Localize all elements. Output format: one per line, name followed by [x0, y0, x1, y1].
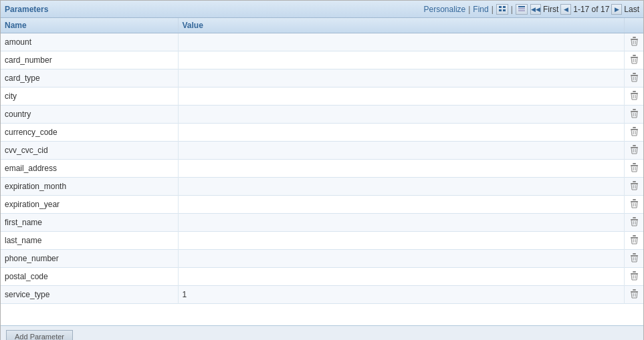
row-action-cell	[625, 268, 644, 286]
row-value-cell[interactable]	[178, 106, 625, 124]
svg-rect-8	[633, 37, 636, 38]
row-value-cell[interactable]	[178, 232, 625, 250]
sep2: |	[492, 5, 494, 14]
row-name-cell: phone_number	[1, 250, 178, 268]
row-action-cell	[625, 232, 644, 250]
row-name-cell: last_name	[1, 232, 178, 250]
row-value-cell[interactable]	[178, 268, 625, 286]
personalize-link[interactable]: Personalize	[424, 5, 466, 14]
row-value-cell[interactable]	[178, 142, 625, 160]
row-name-cell: card_type	[1, 69, 178, 88]
sep1: |	[468, 5, 470, 14]
table-row: postal_code	[1, 268, 643, 286]
row-value-cell[interactable]	[178, 250, 625, 268]
svg-rect-52	[633, 235, 636, 236]
first-nav-btn[interactable]: ◀◀	[530, 4, 541, 15]
row-value-cell[interactable]	[178, 214, 625, 232]
row-value-cell[interactable]: 1	[178, 286, 625, 304]
col-header-value: Value	[178, 18, 625, 33]
row-name-cell: amount	[1, 33, 178, 51]
delete-row-icon[interactable]	[629, 108, 639, 119]
row-value-cell[interactable]	[178, 160, 625, 178]
svg-rect-16	[633, 73, 636, 74]
panel-title: Parameters	[5, 5, 48, 14]
delete-row-icon[interactable]	[629, 180, 639, 191]
svg-rect-48	[633, 217, 636, 218]
row-value-cell[interactable]	[178, 33, 625, 51]
svg-rect-32	[633, 145, 636, 146]
table-row: cvv_cvc_cid	[1, 142, 643, 160]
table-row: service_type1	[1, 286, 643, 304]
svg-rect-56	[633, 253, 636, 254]
svg-rect-6	[518, 10, 525, 11]
row-action-cell	[625, 286, 644, 304]
table-row: last_name	[1, 232, 643, 250]
row-action-cell	[625, 196, 644, 214]
table-row: expiration_month	[1, 178, 643, 196]
table-row: email_address	[1, 160, 643, 178]
delete-row-icon[interactable]	[629, 216, 639, 227]
view-icon-1[interactable]	[496, 4, 508, 15]
row-name-cell: city	[1, 88, 178, 106]
svg-rect-5	[518, 8, 525, 9]
table-row: country	[1, 106, 643, 124]
row-name-cell: country	[1, 106, 178, 124]
svg-rect-28	[633, 127, 636, 128]
row-name-cell: currency_code	[1, 124, 178, 142]
delete-row-icon[interactable]	[629, 271, 639, 281]
row-action-cell	[625, 142, 644, 160]
col-header-name: Name	[1, 18, 178, 33]
table-row: first_name	[1, 214, 643, 232]
svg-rect-24	[633, 109, 636, 110]
svg-rect-1	[503, 6, 506, 8]
parameters-table: Name Value amount card_number card_type	[1, 18, 643, 304]
view-icon-2[interactable]	[516, 4, 528, 15]
row-name-cell: expiration_year	[1, 196, 178, 214]
delete-row-icon[interactable]	[629, 36, 639, 47]
panel-header: Parameters Personalize | Find | |	[1, 1, 643, 18]
col-header-action	[625, 18, 644, 33]
row-action-cell	[625, 106, 644, 124]
row-name-cell: card_number	[1, 51, 178, 69]
delete-row-icon[interactable]	[629, 144, 639, 155]
svg-rect-36	[633, 163, 636, 164]
add-parameter-button[interactable]: Add Parameter	[6, 330, 73, 340]
next-nav-btn[interactable]: ▶	[611, 4, 622, 15]
delete-row-icon[interactable]	[629, 126, 639, 137]
delete-row-icon[interactable]	[629, 162, 639, 173]
row-value-cell[interactable]	[178, 196, 625, 214]
delete-row-icon[interactable]	[629, 289, 639, 299]
row-action-cell	[625, 51, 644, 69]
row-value-cell[interactable]	[178, 69, 625, 88]
table-row: phone_number	[1, 250, 643, 268]
row-name-cell: email_address	[1, 160, 178, 178]
svg-rect-0	[499, 6, 502, 8]
nav-last-label: Last	[624, 5, 639, 14]
row-value-cell[interactable]	[178, 51, 625, 69]
svg-rect-20	[633, 91, 636, 92]
svg-rect-64	[633, 289, 636, 291]
delete-row-icon[interactable]	[629, 234, 639, 245]
row-value-cell[interactable]	[178, 88, 625, 106]
row-action-cell	[625, 69, 644, 88]
delete-row-icon[interactable]	[629, 198, 639, 209]
row-action-cell	[625, 214, 644, 232]
row-action-cell	[625, 160, 644, 178]
table-row: card_type	[1, 69, 643, 88]
table-row: city	[1, 88, 643, 106]
nav-range: 1-17 of 17	[573, 5, 609, 14]
delete-row-icon[interactable]	[629, 54, 639, 65]
svg-rect-2	[499, 9, 502, 11]
delete-row-icon[interactable]	[629, 252, 639, 263]
find-link[interactable]: Find	[473, 5, 488, 14]
delete-row-icon[interactable]	[629, 72, 639, 83]
delete-row-icon[interactable]	[629, 90, 639, 101]
row-name-cell: service_type	[1, 286, 178, 304]
row-action-cell	[625, 250, 644, 268]
table-container: Name Value amount card_number card_type	[1, 18, 643, 325]
row-value-cell[interactable]	[178, 124, 625, 142]
row-value-cell[interactable]	[178, 178, 625, 196]
prev-nav-btn[interactable]: ◀	[560, 4, 571, 15]
row-name-cell: first_name	[1, 214, 178, 232]
table-icon-svg	[498, 5, 506, 13]
